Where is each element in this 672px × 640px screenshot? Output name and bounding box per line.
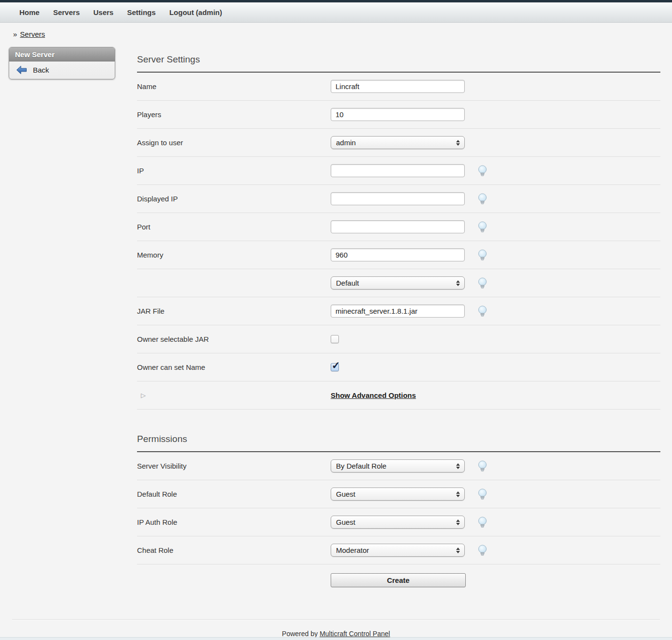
owner-selectable-jar-label: Owner selectable JAR <box>137 335 331 343</box>
form-row-server-visibility: Server Visibility By Default Role <box>137 452 660 480</box>
assign-to-user-label: Assign to user <box>137 138 331 147</box>
form-row-cheat-role: Cheat Role Moderator <box>137 536 660 564</box>
form-row-ip-auth-role: IP Auth Role Guest <box>137 508 660 536</box>
main-content: Server Settings Name Players Assign to u… <box>137 38 660 600</box>
bottom-strip <box>0 637 672 640</box>
show-advanced-options-link[interactable]: Show Advanced Options <box>331 391 416 399</box>
form-row-default-template: Default <box>137 269 660 297</box>
hint-bulb-icon[interactable] <box>477 221 488 233</box>
breadcrumb: »Servers <box>13 30 672 38</box>
sidebar-item-back[interactable]: Back <box>9 61 115 79</box>
form-row-assign-to-user: Assign to user admin <box>137 129 660 157</box>
sidebar-title: New Server <box>9 47 115 61</box>
displayed-ip-label: Displayed IP <box>137 195 331 203</box>
form-row-default-role: Default Role Guest <box>137 480 660 508</box>
server-visibility-select[interactable]: By Default Role <box>331 459 465 472</box>
owner-can-set-name-label: Owner can set Name <box>137 363 331 371</box>
players-label: Players <box>137 110 331 119</box>
name-label: Name <box>137 82 331 91</box>
port-label: Port <box>137 223 331 231</box>
nav-item-settings[interactable]: Settings <box>127 8 155 16</box>
name-input[interactable] <box>331 80 465 93</box>
ip-input[interactable] <box>331 164 465 177</box>
server-visibility-label: Server Visibility <box>137 462 331 470</box>
sidebar-menu: New Server Back <box>9 47 115 79</box>
jar-file-label: JAR File <box>137 307 331 315</box>
ip-auth-role-select[interactable]: Guest <box>331 516 465 529</box>
form-row-advanced-options: ▷ Show Advanced Options <box>137 381 660 410</box>
default-role-label: Default Role <box>137 490 331 498</box>
owner-selectable-jar-checkbox[interactable] <box>331 335 339 343</box>
hint-bulb-icon[interactable] <box>477 249 488 261</box>
form-row-jar-file: JAR File <box>137 297 660 325</box>
back-arrow-icon <box>16 65 27 75</box>
main-nav: Home Servers Users Settings Logout (admi… <box>0 2 672 23</box>
nav-item-users[interactable]: Users <box>93 8 114 16</box>
port-input[interactable] <box>331 220 465 233</box>
nav-item-servers[interactable]: Servers <box>53 8 80 16</box>
hint-bulb-icon[interactable] <box>477 488 488 500</box>
players-input[interactable] <box>331 108 465 121</box>
default-role-select[interactable]: Guest <box>331 488 465 501</box>
nav-item-home[interactable]: Home <box>19 8 40 16</box>
powered-by-text: Powered by <box>282 630 320 638</box>
hint-bulb-icon[interactable] <box>477 165 488 177</box>
create-button[interactable]: Create <box>331 573 466 587</box>
form-row-memory: Memory <box>137 241 660 269</box>
form-row-name: Name <box>137 73 660 101</box>
assign-to-user-select[interactable]: admin <box>331 136 465 149</box>
multicraft-link[interactable]: Multicraft Control Panel <box>320 630 390 638</box>
section-title-permissions: Permissions <box>137 423 660 451</box>
hint-bulb-icon[interactable] <box>477 517 488 528</box>
hint-bulb-icon[interactable] <box>477 460 488 472</box>
footer: Powered by Multicraft Control Panel <box>0 620 672 638</box>
default-template-select[interactable]: Default <box>331 276 465 290</box>
form-row-port: Port <box>137 213 660 241</box>
advanced-options-collapse-triangle-icon[interactable]: ▷ <box>137 392 331 399</box>
sidebar-back-label: Back <box>33 66 49 74</box>
hint-bulb-icon[interactable] <box>477 305 488 317</box>
cheat-role-select[interactable]: Moderator <box>331 544 465 557</box>
displayed-ip-input[interactable] <box>331 192 465 205</box>
section-title-server-settings: Server Settings <box>137 38 660 72</box>
form-row-owner-can-set-name: Owner can set Name <box>137 353 660 381</box>
hint-bulb-icon[interactable] <box>477 193 488 205</box>
breadcrumb-marker: » <box>13 30 17 38</box>
form-row-displayed-ip: Displayed IP <box>137 185 660 213</box>
memory-input[interactable] <box>331 248 465 261</box>
memory-label: Memory <box>137 251 331 259</box>
section-spacer <box>137 410 660 423</box>
page: Home Servers Users Settings Logout (admi… <box>0 0 672 640</box>
owner-can-set-name-checkbox[interactable] <box>331 363 339 371</box>
form-row-ip: IP <box>137 157 660 185</box>
hint-bulb-icon[interactable] <box>477 545 488 556</box>
breadcrumb-link-servers[interactable]: Servers <box>20 30 45 38</box>
ip-label: IP <box>137 167 331 175</box>
form-row-owner-selectable-jar: Owner selectable JAR <box>137 325 660 353</box>
jar-file-input[interactable] <box>331 305 465 318</box>
hint-bulb-icon[interactable] <box>477 277 488 289</box>
nav-item-logout[interactable]: Logout (admin) <box>169 8 222 16</box>
create-button-row: Create <box>137 564 660 600</box>
cheat-role-label: Cheat Role <box>137 546 331 554</box>
form-row-players: Players <box>137 101 660 129</box>
ip-auth-role-label: IP Auth Role <box>137 518 331 526</box>
